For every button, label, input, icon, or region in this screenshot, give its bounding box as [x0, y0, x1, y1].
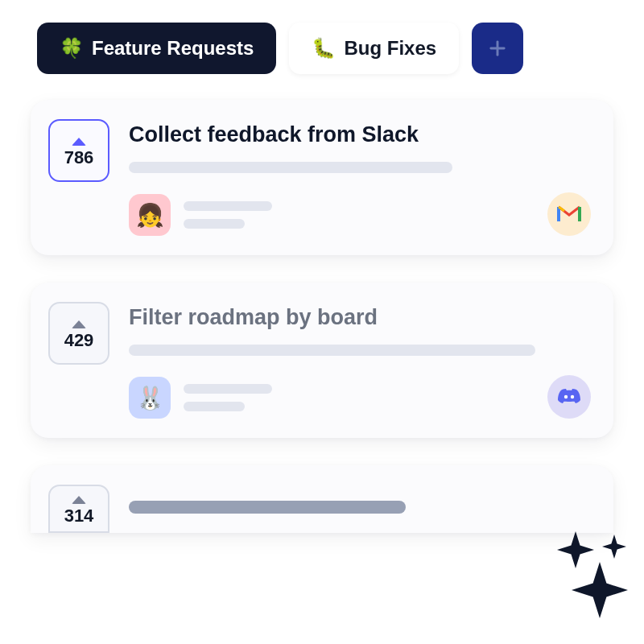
feedback-card[interactable]: 429 Filter roadmap by board 🐰 [31, 283, 613, 438]
card-meta: 👧 [129, 194, 591, 236]
card-title: Collect feedback from Slack [129, 122, 591, 147]
avatar: 🐰 [129, 377, 171, 419]
description-placeholder [129, 162, 452, 173]
card-title: Filter roadmap by board [129, 305, 591, 330]
source-gmail-icon [547, 192, 591, 236]
upvote-icon [72, 496, 86, 504]
vote-count: 314 [64, 506, 94, 526]
upvote-button[interactable]: 786 [48, 119, 109, 182]
cards-list: 786 Collect feedback from Slack 👧 429 Fi… [0, 85, 644, 533]
meta-text-placeholder [184, 384, 272, 411]
feedback-card[interactable]: 786 Collect feedback from Slack 👧 [31, 100, 613, 255]
tab-label: Feature Requests [92, 37, 254, 60]
tabs-row: 🍀 Feature Requests 🐛 Bug Fixes [0, 0, 644, 85]
avatar: 👧 [129, 194, 171, 236]
plus-icon [486, 37, 509, 60]
upvote-button[interactable]: 429 [48, 302, 109, 365]
source-discord-icon [547, 375, 591, 419]
caterpillar-icon: 🐛 [312, 37, 336, 60]
card-content [129, 485, 591, 514]
vote-count: 429 [64, 330, 94, 351]
tab-label: Bug Fixes [344, 37, 436, 60]
card-content: Filter roadmap by board 🐰 [129, 302, 591, 419]
vote-count: 786 [64, 147, 94, 168]
tab-bug-fixes[interactable]: 🐛 Bug Fixes [289, 23, 459, 74]
svg-point-3 [571, 395, 574, 398]
tab-feature-requests[interactable]: 🍀 Feature Requests [37, 23, 276, 74]
card-meta: 🐰 [129, 377, 591, 419]
upvote-icon [72, 138, 86, 146]
svg-point-2 [564, 395, 568, 398]
feedback-card[interactable]: 314 [31, 465, 613, 533]
upvote-button[interactable]: 314 [48, 485, 109, 533]
description-placeholder [129, 345, 535, 356]
meta-text-placeholder [184, 201, 272, 229]
card-content: Collect feedback from Slack 👧 [129, 119, 591, 236]
clover-icon: 🍀 [60, 37, 84, 60]
title-placeholder [129, 501, 406, 514]
upvote-icon [72, 320, 86, 328]
add-tab-button[interactable] [472, 23, 523, 74]
